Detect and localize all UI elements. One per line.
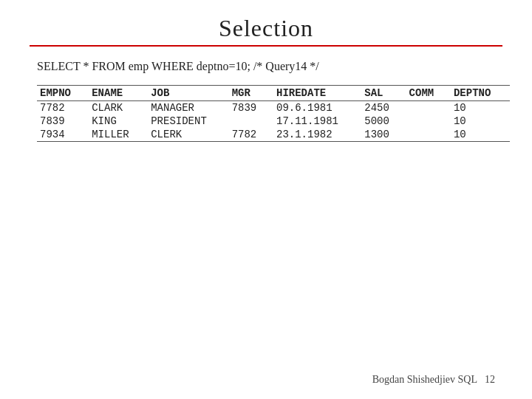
col-header-comm: COMM: [406, 86, 451, 101]
table-cell: MANAGER: [148, 101, 228, 115]
data-table: EMPNO ENAME JOB MGR HIREDATE SAL COMM DE…: [37, 85, 510, 142]
table-cell: 7782: [229, 128, 273, 142]
table-cell: 7782: [37, 101, 89, 115]
table-cell: CLARK: [89, 101, 148, 115]
col-header-hiredate: HIREDATE: [273, 86, 361, 101]
table-cell: [406, 101, 451, 115]
col-header-mgr: MGR: [229, 86, 273, 101]
table-cell: 09.6.1981: [273, 101, 361, 115]
table-cell: KING: [89, 115, 148, 128]
table-row: 7782CLARKMANAGER783909.6.1981245010: [37, 101, 510, 115]
table-row: 7839KINGPRESIDENT17.11.1981500010: [37, 115, 510, 128]
table-cell: 23.1.1982: [273, 128, 361, 142]
table-cell: PRESIDENT: [148, 115, 228, 128]
page-title: Selection: [30, 15, 502, 42]
table-cell: 5000: [361, 115, 406, 128]
title-section: Selection: [30, 15, 502, 47]
table-cell: 1300: [361, 128, 406, 142]
table-cell: 7934: [37, 128, 89, 142]
table-cell: [406, 128, 451, 142]
table-cell: 7839: [229, 101, 273, 115]
col-header-empno: EMPNO: [37, 86, 89, 101]
table-cell: [229, 115, 273, 128]
col-header-deptno: DEPTNO: [451, 86, 510, 101]
col-header-sal: SAL: [361, 86, 406, 101]
footer-page-number: 12: [485, 374, 495, 386]
table-cell: 10: [451, 101, 510, 115]
col-header-job: JOB: [148, 86, 228, 101]
col-header-ename: ENAME: [89, 86, 148, 101]
table-cell: MILLER: [89, 128, 148, 142]
page: Selection SELECT * FROM emp WHERE deptno…: [0, 0, 532, 399]
footer: Bogdan Shishedjiev SQL 12: [22, 374, 495, 386]
title-divider: [30, 45, 502, 47]
table-cell: [406, 115, 451, 128]
table-cell: CLERK: [148, 128, 228, 142]
footer-author: Bogdan Shishedjiev SQL: [372, 374, 477, 386]
table-cell: 2450: [361, 101, 406, 115]
table-cell: 10: [451, 115, 510, 128]
table-cell: 7839: [37, 115, 89, 128]
table-cell: 10: [451, 128, 510, 142]
table-cell: 17.11.1981: [273, 115, 361, 128]
table-row: 7934MILLERCLERK778223.1.1982130010: [37, 128, 510, 142]
query-line: SELECT * FROM emp WHERE deptno=10; /* Qu…: [37, 60, 502, 73]
table-header-row: EMPNO ENAME JOB MGR HIREDATE SAL COMM DE…: [37, 86, 510, 101]
